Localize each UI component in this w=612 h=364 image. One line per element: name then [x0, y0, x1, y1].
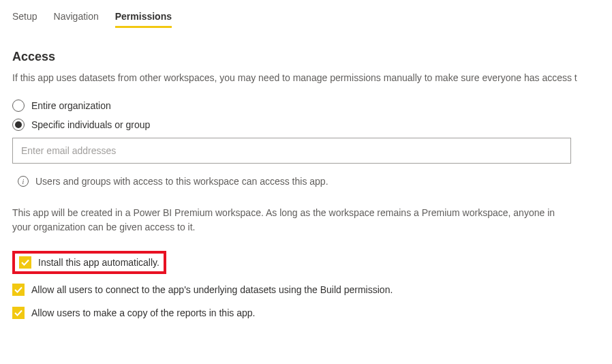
email-addresses-input[interactable] [12, 138, 571, 164]
radio-entire-organization[interactable]: Entire organization [12, 100, 600, 112]
checkbox-install-auto[interactable] [19, 256, 31, 269]
access-radio-group: Entire organization Specific individuals… [12, 100, 600, 131]
checkbox-allow-copy[interactable] [12, 307, 25, 319]
info-row: i Users and groups with access to this w… [12, 176, 600, 187]
checkbox-label: Allow all users to connect to the app's … [31, 284, 393, 295]
check-icon [21, 258, 29, 267]
tab-permissions[interactable]: Permissions [115, 11, 172, 28]
check-icon [14, 309, 22, 317]
access-description: If this app uses datasets from other wor… [12, 72, 600, 83]
checkbox-allow-build[interactable] [12, 284, 25, 296]
checkbox-label: Install this app automatically. [38, 257, 159, 268]
section-heading-access: Access [12, 50, 600, 64]
tab-setup[interactable]: Setup [12, 11, 37, 28]
check-icon [14, 286, 22, 294]
radio-circle-icon [12, 119, 25, 131]
radio-label: Specific individuals or group [31, 119, 150, 130]
highlighted-install-option: Install this app automatically. [12, 251, 166, 274]
info-icon: i [18, 176, 29, 187]
checkbox-label: Allow users to make a copy of the report… [31, 307, 255, 318]
info-text: Users and groups with access to this wor… [35, 176, 328, 187]
radio-circle-icon [12, 100, 25, 112]
tab-bar: Setup Navigation Permissions [12, 11, 600, 28]
checkbox-row-allow-copy: Allow users to make a copy of the report… [12, 307, 600, 319]
radio-label: Entire organization [31, 100, 111, 111]
premium-workspace-note: This app will be created in a Power BI P… [12, 206, 571, 234]
checkbox-row-allow-build: Allow all users to connect to the app's … [12, 284, 600, 296]
tab-navigation[interactable]: Navigation [54, 11, 99, 28]
radio-specific-individuals[interactable]: Specific individuals or group [12, 119, 600, 131]
